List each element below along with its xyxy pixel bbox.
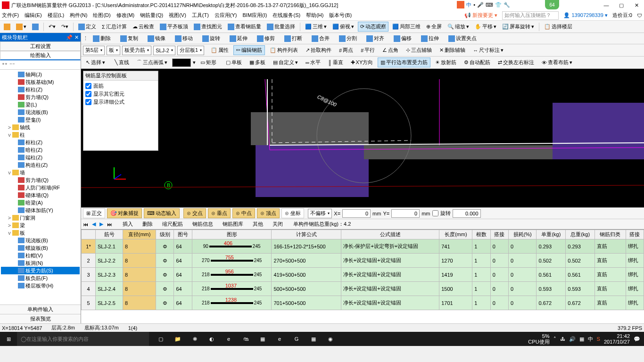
edit-tool[interactable]: 移动 [172, 33, 196, 43]
cell[interactable]: 净长+设定锚固+设定锚固 [341, 268, 439, 282]
parallel-rebar-tool[interactable]: ▥ 平行边布置受力筋 [378, 58, 430, 67]
menu-item[interactable]: 版本号(B) [329, 12, 352, 19]
cell[interactable]: 64 [174, 282, 192, 296]
rebar-tool[interactable]: 插入 [120, 219, 136, 229]
tree-node[interactable]: 板受力筋(S) [1, 267, 80, 274]
ie-icon[interactable]: e [272, 332, 288, 346]
task-view-icon[interactable]: ▢ [153, 332, 169, 346]
row-number[interactable]: 1* [82, 239, 96, 254]
dimension-button[interactable]: ↔ 尺寸标注▾ [470, 45, 506, 55]
grid-header[interactable]: 筋号 [96, 230, 123, 239]
rebar-tool[interactable]: 其他 [250, 219, 266, 229]
view-rebar-button[interactable]: 查看钢筋量 [226, 22, 263, 31]
cell[interactable]: 64 [174, 239, 192, 254]
cell[interactable]: 1500 [439, 282, 472, 296]
tree-node[interactable]: 剪力墙(Q) [1, 176, 80, 184]
tree-node[interactable]: 砌体墙(Q) [1, 191, 80, 199]
grid-header[interactable]: 图号 [174, 230, 192, 239]
rebar-tool[interactable]: 缩尺配筋 [159, 219, 186, 229]
cell[interactable]: 64 [174, 268, 192, 282]
cell[interactable]: 64 [174, 296, 192, 310]
cell[interactable]: 0 [490, 239, 508, 254]
auto-rebar-tool[interactable]: ⚙ 自动配筋 [461, 58, 493, 67]
edit-tool[interactable]: 旋转 [199, 33, 223, 43]
edit-tool[interactable]: 复制 [117, 33, 141, 43]
tree-node[interactable]: 筏板基础(M) [1, 78, 80, 86]
menu-item[interactable]: 编辑(E) [25, 12, 42, 19]
cell[interactable]: Φ [156, 268, 174, 282]
menu-item[interactable]: 工具(T) [192, 12, 209, 19]
find-element-button[interactable]: 查找图元 [192, 22, 224, 31]
line-tool[interactable]: ╲ 直线 [112, 58, 132, 67]
tree-node[interactable]: 构造柱(Z) [1, 161, 80, 169]
rotate-check[interactable] [432, 210, 438, 216]
cell[interactable]: 净长+设定锚固+设定锚固 [341, 254, 439, 268]
store-icon[interactable]: 🛍 [238, 332, 254, 346]
redo-button[interactable]: ↷▾ [59, 23, 70, 31]
tree-node[interactable]: 暗柱(Z) [1, 146, 80, 154]
custom-tool[interactable]: ▤ 自定义▾ [270, 58, 301, 67]
cell[interactable]: 0.672 [566, 296, 595, 310]
nav-next[interactable]: ▶ [99, 221, 103, 227]
multi-slab-tool[interactable]: ▦ 多板 [247, 58, 268, 67]
color-picker[interactable] [172, 58, 191, 67]
tree-node[interactable]: >门窗洞 [1, 214, 80, 222]
cell[interactable]: 419+500+500 [272, 268, 341, 282]
grid-header[interactable]: 长度(mm) [439, 230, 472, 239]
tray-vol-icon[interactable]: 🔊 [569, 336, 576, 342]
orbit-button[interactable]: ⟳ 动态观察 [358, 22, 388, 32]
snap-point[interactable]: ⊙ 垂点 [208, 208, 231, 218]
snap-point[interactable]: ⊙ 顶点 [257, 208, 280, 218]
tab-project-settings[interactable]: 工程设置 [0, 41, 81, 51]
pick-member-button[interactable]: ↗ 拾取构件 [303, 45, 334, 55]
cell[interactable]: 1 [472, 268, 490, 282]
grid-header[interactable]: 图形 [192, 230, 272, 239]
cell[interactable]: 0 [508, 268, 537, 282]
menu-item[interactable]: 绘图(D) [93, 12, 110, 19]
tray-ime-icon[interactable]: 中 [588, 336, 593, 343]
tree-node[interactable]: 板负筋(F) [1, 274, 80, 282]
tree-node[interactable]: v板 [1, 229, 80, 237]
cell[interactable]: 0 [490, 254, 508, 268]
rebar-tool[interactable]: 钢筋信息 [190, 219, 216, 229]
xy-tool[interactable]: ✚ XY方向 [348, 58, 376, 67]
ime-lang[interactable]: 中 [466, 1, 471, 8]
edit-tool[interactable]: 合并 [309, 33, 332, 43]
cell[interactable]: Φ [156, 239, 174, 254]
rect-tool[interactable]: ▭ 矩形 [198, 58, 219, 67]
edit-tool[interactable]: 偏移 [391, 33, 414, 43]
ime-tool-icon[interactable]: 🔧 [504, 2, 510, 8]
snap-point[interactable]: ⊙ 中点 [232, 208, 255, 218]
tree-node[interactable]: 梁(L) [1, 101, 80, 108]
cell[interactable]: 0.561 [566, 268, 595, 282]
fullscreen-button[interactable]: ⊕ 全屏 [424, 22, 444, 31]
cell[interactable]: 0.293 [537, 239, 566, 254]
cell[interactable]: 净长-保护层+设定弯折+设定锚固 [341, 239, 439, 254]
expand-icon[interactable]: ⁺⁺ [2, 62, 8, 68]
ime-punct[interactable]: • [473, 2, 475, 8]
tree-node[interactable]: 框柱(Z) [1, 86, 80, 93]
ime-kbd-icon[interactable]: ⌨ [486, 2, 493, 8]
tree-node[interactable]: 轴网(J) [1, 71, 80, 78]
cell[interactable]: 绑扎 [626, 282, 644, 296]
tree-node[interactable]: >梁 [1, 222, 80, 229]
top-view-button[interactable]: 🟦 俯视▾ [330, 22, 356, 31]
tree-node[interactable]: 剪力墙(Q) [1, 93, 80, 101]
snap-point[interactable]: ⊙ 交点 [183, 208, 206, 218]
tray-up-icon[interactable]: ˄ [553, 336, 556, 342]
app3-icon[interactable]: ▦ [255, 332, 271, 346]
tray-clock[interactable]: 21:422017/10/27 [604, 333, 630, 345]
tree-node[interactable]: v墙 [1, 169, 80, 176]
tree-node[interactable]: 暗梁(A) [1, 199, 80, 206]
horiz-tool[interactable]: ═ 水平 [303, 58, 323, 67]
edit-tool[interactable]: 打断 [281, 33, 305, 43]
props-button[interactable]: 📋 属性 [208, 45, 231, 55]
tab-draw-input[interactable]: 绘图输入 [0, 51, 81, 60]
row-number[interactable]: 2 [82, 254, 96, 268]
parallel-axis-button[interactable]: # 平行 [358, 45, 378, 55]
news-icon[interactable]: 📢 新搜要更 ▾ [464, 12, 497, 19]
menu-item[interactable]: 文件(F) [2, 12, 19, 19]
cell[interactable]: 0.502 [566, 254, 595, 268]
menu-item[interactable]: 构件(N) [70, 12, 87, 19]
tray-net-icon[interactable]: 🖧 [560, 336, 565, 342]
